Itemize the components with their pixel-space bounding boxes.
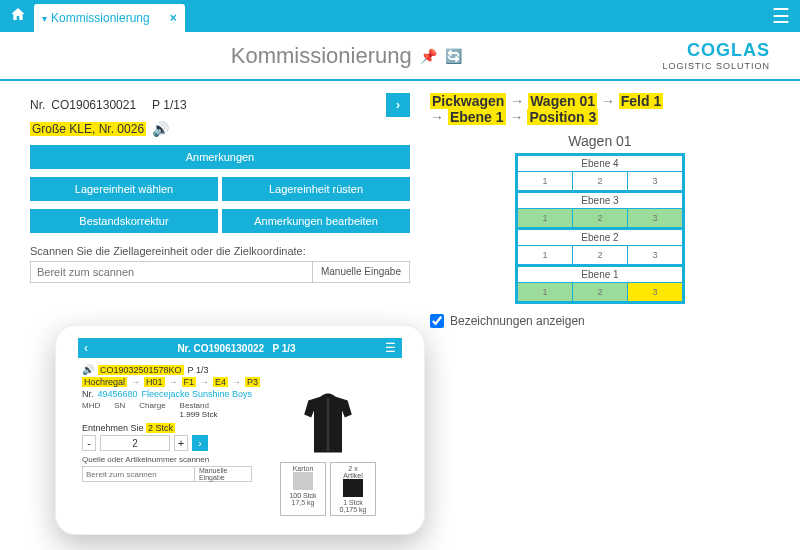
wagon-slot[interactable]: 1	[518, 283, 573, 301]
tablet-menu-icon[interactable]: ☰	[385, 341, 396, 355]
scan-input[interactable]	[31, 262, 312, 282]
tablet-top-bar: ‹ Nr. CO1906130022 P 1/3 ☰	[78, 338, 402, 358]
wagon-slot[interactable]: 2	[573, 283, 628, 301]
page-title-group: Kommissionierung 📌 🔄	[231, 43, 462, 69]
product-area: Karton 100 Stck 17,5 kg 2 x Artikel 1 St…	[280, 388, 376, 516]
show-labels-checkbox[interactable]: Bezeichnungen anzeigen	[430, 314, 770, 328]
left-panel: Nr. CO1906130021 P 1/13 › Große KLE, Nr.…	[30, 93, 410, 328]
tablet-artnr[interactable]: 49456680	[98, 389, 138, 399]
page-header: Kommissionierung 📌 🔄 COGLAS LOGISTIC SOL…	[0, 32, 800, 81]
location-breadcrumb: Pickwagen → Wagen 01 → Feld 1 → Ebene 1 …	[430, 93, 770, 125]
wagon-slot[interactable]: 3	[628, 172, 682, 190]
brand-name: COGLAS	[662, 40, 770, 61]
wagon-slot[interactable]: 3	[628, 283, 682, 301]
tablet-volume-icon[interactable]: 🔊	[82, 364, 94, 375]
wagon-grid: Ebene 4123Ebene 3123Ebene 2123Ebene 1123	[515, 153, 685, 304]
wagon-slot[interactable]: 1	[518, 209, 573, 227]
wagon-slot[interactable]: 2	[573, 246, 628, 264]
tablet-loc-page: P 1/3	[188, 365, 209, 375]
back-icon[interactable]: ‹	[84, 341, 88, 355]
lagereinheit-ruesten-button[interactable]: Lagereinheit rüsten	[222, 177, 410, 201]
tablet-scan-input[interactable]	[83, 467, 194, 481]
card-karton[interactable]: Karton 100 Stck 17,5 kg	[280, 462, 326, 516]
tablet-breadcrumb: Hochregal → H01 → F1 → E4 → P3	[82, 377, 398, 387]
anmerkungen-bearbeiten-button[interactable]: Anmerkungen bearbeiten	[222, 209, 410, 233]
tablet-manual-button[interactable]: Manuelle Eingabe	[194, 467, 251, 481]
doc-highlight: Große KLE, Nr. 0026	[30, 122, 146, 136]
qty-plus-button[interactable]: +	[174, 435, 188, 451]
tablet-preview: ‹ Nr. CO1906130022 P 1/3 ☰ 🔊 CO190325015…	[55, 325, 425, 535]
tablet-take-prefix: Entnehmen Sie	[82, 423, 146, 433]
page-title: Kommissionierung	[231, 43, 412, 69]
doc-nr-value: CO1906130021	[51, 98, 136, 112]
caret-down-icon: ▾	[42, 13, 47, 24]
doc-page: P 1/13	[152, 98, 186, 112]
pin-icon[interactable]: 📌	[420, 48, 437, 64]
tablet-take-qty: 2 Stck	[146, 423, 175, 433]
tablet-title-page: P 1/3	[272, 343, 295, 354]
tablet-title-nr: Nr. CO1906130022	[177, 343, 264, 354]
bestandskorrektur-button[interactable]: Bestandskorrektur	[30, 209, 218, 233]
show-labels-input[interactable]	[430, 314, 444, 328]
box-icon	[293, 472, 313, 490]
ebene-label: Ebene 1	[518, 267, 682, 282]
qty-confirm-button[interactable]: ›	[192, 435, 208, 451]
product-image	[293, 388, 363, 458]
tablet-artname[interactable]: Fleecejacke Sunshine Boys	[142, 389, 253, 399]
card-artikel[interactable]: 2 x Artikel 1 Stck 0,175 kg	[330, 462, 376, 516]
qty-minus-button[interactable]: -	[82, 435, 96, 451]
tablet-scan-group: Manuelle Eingabe	[82, 466, 252, 482]
ebene-label: Ebene 3	[518, 193, 682, 208]
wagon-slot[interactable]: 1	[518, 172, 573, 190]
anmerkungen-button[interactable]: Anmerkungen	[30, 145, 410, 169]
home-icon[interactable]	[10, 6, 26, 26]
scan-input-group: Manuelle Eingabe	[30, 261, 410, 283]
right-panel: Pickwagen → Wagen 01 → Feld 1 → Ebene 1 …	[430, 93, 770, 328]
brand-logo: COGLAS LOGISTIC SOLUTION	[662, 40, 770, 71]
top-bar: ▾ Kommissionierung × ☰	[0, 0, 800, 32]
manual-input-button[interactable]: Manuelle Eingabe	[312, 262, 409, 282]
volume-icon[interactable]: 🔊	[152, 121, 169, 137]
brand-tagline: LOGISTIC SOLUTION	[662, 61, 770, 71]
wagon-slot[interactable]: 3	[628, 209, 682, 227]
tab-close-icon[interactable]: ×	[170, 11, 177, 25]
article-icon	[343, 479, 363, 497]
wagon-title: Wagen 01	[430, 133, 770, 149]
tab-kommissionierung[interactable]: ▾ Kommissionierung ×	[34, 4, 185, 32]
ebene-label: Ebene 2	[518, 230, 682, 245]
tab-label: Kommissionierung	[51, 11, 150, 25]
next-button[interactable]: ›	[386, 93, 410, 117]
ebene-label: Ebene 4	[518, 156, 682, 171]
wagon-slot[interactable]: 2	[573, 172, 628, 190]
menu-icon[interactable]: ☰	[772, 4, 790, 28]
scan-label: Scannen Sie die Ziellagereinheit oder di…	[30, 245, 410, 257]
qty-value[interactable]: 2	[100, 435, 170, 451]
wagon-slot[interactable]: 2	[573, 209, 628, 227]
tablet-artnr-label: Nr.	[82, 389, 94, 399]
doc-nr-label: Nr.	[30, 98, 45, 112]
wagon-slot[interactable]: 3	[628, 246, 682, 264]
wagon-slot[interactable]: 1	[518, 246, 573, 264]
lagereinheit-waehlen-button[interactable]: Lagereinheit wählen	[30, 177, 218, 201]
tablet-loc-id: CO19032501578KO	[98, 365, 184, 375]
refresh-icon[interactable]: 🔄	[445, 48, 462, 64]
